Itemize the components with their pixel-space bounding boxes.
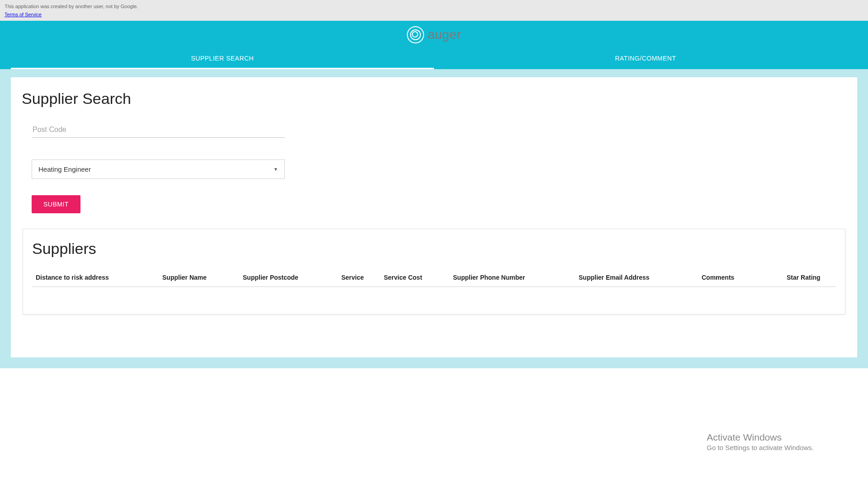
service-select-value: Heating Engineer bbox=[38, 165, 91, 173]
chevron-down-icon: ▼ bbox=[274, 167, 278, 172]
header-bar: auger bbox=[0, 21, 868, 49]
col-header-phone: Supplier Phone Number bbox=[453, 274, 579, 281]
col-header-cost: Service Cost bbox=[384, 274, 453, 281]
tab-supplier-search[interactable]: SUPPLIER SEARCH bbox=[11, 49, 434, 69]
col-header-distance: Distance to risk address bbox=[36, 274, 162, 281]
logo-text: auger bbox=[428, 28, 461, 42]
tab-rating-comment[interactable]: RATING/COMMENT bbox=[434, 49, 857, 69]
nav-tabs: SUPPLIER SEARCH RATING/COMMENT bbox=[0, 49, 868, 69]
suppliers-title: Suppliers bbox=[32, 240, 836, 258]
page-title: Supplier Search bbox=[22, 90, 846, 108]
suppliers-panel: Suppliers Distance to risk address Suppl… bbox=[23, 229, 845, 314]
col-header-comments: Comments bbox=[702, 274, 787, 281]
disclaimer-text: This application was created by another … bbox=[5, 4, 863, 9]
terms-of-service-link[interactable]: Terms of Service bbox=[5, 12, 42, 17]
logo: auger bbox=[407, 26, 461, 43]
col-header-name: Supplier Name bbox=[162, 274, 243, 281]
logo-spiral-icon bbox=[407, 26, 424, 43]
col-header-email: Supplier Email Address bbox=[579, 274, 702, 281]
below-content-whitespace bbox=[0, 368, 868, 486]
content-card: Supplier Search Heating Engineer ▼ SUBMI… bbox=[11, 77, 857, 357]
suppliers-table-header: Distance to risk address Supplier Name S… bbox=[32, 268, 836, 287]
col-header-postcode: Supplier Postcode bbox=[243, 274, 341, 281]
service-select[interactable]: Heating Engineer ▼ bbox=[32, 160, 285, 179]
col-header-service: Service bbox=[341, 274, 384, 281]
col-header-rating: Star Rating bbox=[787, 274, 832, 281]
submit-button[interactable]: SUBMIT bbox=[32, 195, 80, 213]
postcode-input[interactable] bbox=[32, 122, 285, 138]
content-area: Supplier Search Heating Engineer ▼ SUBMI… bbox=[0, 69, 868, 368]
google-app-banner: This application was created by another … bbox=[0, 0, 868, 21]
search-form: Heating Engineer ▼ SUBMIT bbox=[22, 122, 846, 213]
